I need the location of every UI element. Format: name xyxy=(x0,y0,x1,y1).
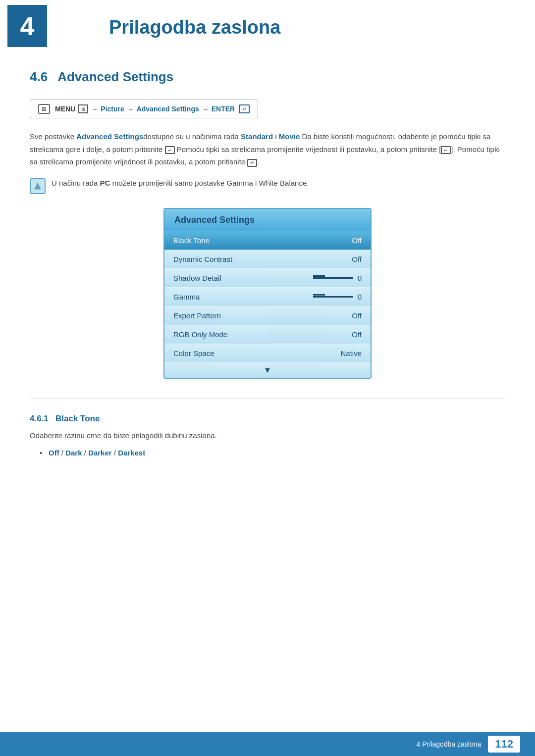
color-space-value: Native xyxy=(340,349,362,357)
gamma-slider xyxy=(313,296,353,298)
separator3: / xyxy=(114,449,118,457)
highlight-movie: Movie xyxy=(279,132,300,141)
menu-row-black-tone[interactable]: Black Tone Off xyxy=(164,231,371,250)
enter-ref1: ↵ xyxy=(165,146,175,154)
menu-row-gamma[interactable]: Gamma 0 xyxy=(164,288,371,306)
note-text: U načinu rada PC možete promijeniti samo… xyxy=(52,177,309,189)
dynamic-contrast-value: Off xyxy=(352,255,362,263)
option-darker: Darker xyxy=(88,449,112,457)
arrow2: → xyxy=(127,105,134,113)
enter-ref2: ↵ xyxy=(441,146,451,154)
separator1: / xyxy=(61,449,65,457)
section-number: 4.6 xyxy=(30,69,48,85)
path-item1: Picture xyxy=(101,105,124,113)
enter-ref3: ↵ xyxy=(247,159,257,167)
dynamic-contrast-label: Dynamic Contrast xyxy=(173,255,232,263)
highlight-advanced-settings: Advanced Settings xyxy=(76,132,143,141)
main-content: 4.6 Advanced Settings MENU ⊞ → Picture →… xyxy=(0,69,535,490)
rgb-only-mode-label: RGB Only Mode xyxy=(173,330,227,339)
option-dark: Dark xyxy=(65,449,82,457)
expert-pattern-value: Off xyxy=(352,311,362,320)
separator2: / xyxy=(84,449,88,457)
subsection-461-number: 4.6.1 xyxy=(30,414,49,423)
scroll-down-indicator: ▼ xyxy=(164,363,371,378)
menu-row-rgb-only-mode[interactable]: RGB Only Mode Off xyxy=(164,325,371,344)
color-space-label: Color Space xyxy=(173,349,214,357)
menu-path-bar: MENU ⊞ → Picture → Advanced Settings → E… xyxy=(30,100,258,118)
highlight-white-balance: White Balance xyxy=(259,179,307,187)
gamma-slider-group: 0 xyxy=(313,293,362,301)
chapter-header: 4 Prilagodba zaslona xyxy=(0,0,535,54)
subsection-461-body: Odaberite razinu crne da biste prilagodi… xyxy=(30,430,505,442)
gamma-value: 0 xyxy=(358,293,362,301)
menu-icon xyxy=(38,104,50,114)
black-tone-label: Black Tone xyxy=(173,236,210,245)
shadow-detail-label: Shadow Detail xyxy=(173,274,221,282)
chapter-title: Prilagodba zaslona xyxy=(109,17,280,38)
chapter-number: 4 xyxy=(20,13,35,39)
subsection-461: 4.6.1 Black Tone Odaberite razinu crne d… xyxy=(30,414,505,457)
menu-label: MENU xyxy=(55,105,75,113)
menu-grid-icon: ⊞ xyxy=(78,104,88,113)
path-item2: Advanced Settings xyxy=(137,105,199,113)
shadow-detail-slider-group: 0 xyxy=(313,274,362,282)
note-icon-triangle xyxy=(34,183,41,190)
note-box: U načinu rada PC možete promijeniti samo… xyxy=(30,177,505,194)
subsection-461-title: Black Tone xyxy=(55,414,100,423)
shadow-detail-value: 0 xyxy=(358,274,362,282)
footer-text: 4 Prilagodba zaslona xyxy=(417,740,482,748)
page-footer: 4 Prilagodba zaslona 112 xyxy=(0,732,535,756)
rgb-only-mode-value: Off xyxy=(352,330,362,339)
option-off: Off xyxy=(49,449,59,457)
gamma-label: Gamma xyxy=(173,293,200,301)
settings-menu-title: Advanced Settings xyxy=(164,209,371,231)
section-divider xyxy=(30,399,505,399)
highlight-pc: PC xyxy=(100,179,110,187)
menu-row-shadow-detail[interactable]: Shadow Detail 0 xyxy=(164,269,371,288)
arrow3: → xyxy=(202,105,209,113)
settings-menu: Advanced Settings Black Tone Off Dynamic… xyxy=(163,208,372,379)
enter-icon: ↵ xyxy=(239,104,250,113)
arrow1: → xyxy=(91,105,98,113)
black-tone-value: Off xyxy=(352,236,362,245)
settings-menu-container: Advanced Settings Black Tone Off Dynamic… xyxy=(30,208,505,379)
subsection-461-options-list: Off / Dark / Darker / Darkest xyxy=(30,449,505,457)
chapter-number-box: 4 xyxy=(7,5,47,47)
list-item-options: Off / Dark / Darker / Darkest xyxy=(40,449,505,457)
menu-row-color-space[interactable]: Color Space Native xyxy=(164,344,371,363)
path-enter: ENTER xyxy=(212,105,235,113)
menu-row-expert-pattern[interactable]: Expert Pattern Off xyxy=(164,306,371,325)
body-text: Sve postavke Advanced Settingsdostupne s… xyxy=(30,130,505,168)
subsection-461-heading: 4.6.1 Black Tone xyxy=(30,414,505,424)
option-darkest: Darkest xyxy=(118,449,145,457)
shadow-detail-slider xyxy=(313,277,353,279)
footer-page-number: 112 xyxy=(488,736,520,753)
highlight-standard: Standard xyxy=(241,132,273,141)
highlight-gamma: Gamma xyxy=(227,179,253,187)
section-heading: 4.6 Advanced Settings xyxy=(30,69,505,85)
note-icon xyxy=(30,178,46,194)
menu-row-dynamic-contrast[interactable]: Dynamic Contrast Off xyxy=(164,250,371,269)
section-title: Advanced Settings xyxy=(57,69,173,85)
expert-pattern-label: Expert Pattern xyxy=(173,311,221,320)
